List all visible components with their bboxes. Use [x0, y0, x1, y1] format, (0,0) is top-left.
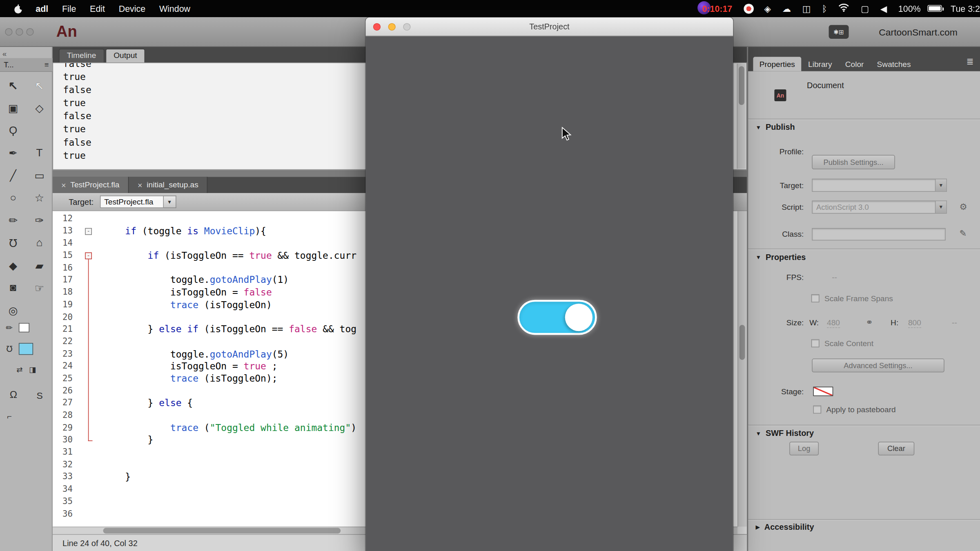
stage-color-swatch[interactable] — [813, 387, 833, 396]
battery-percent[interactable]: 100% — [893, 3, 926, 13]
link-dimensions-icon[interactable]: ⚭ — [866, 318, 873, 327]
class-input[interactable] — [812, 228, 946, 241]
oval-tool[interactable]: ○ — [0, 187, 26, 209]
lasso-tool[interactable]: Ϙ — [0, 119, 26, 142]
close-icon[interactable]: × — [138, 180, 143, 190]
target-dropdown-value[interactable]: TestProject.fla — [100, 196, 164, 208]
toggle-knob[interactable] — [565, 304, 592, 331]
tab-output[interactable]: Output — [105, 49, 145, 62]
height-value[interactable]: 800 — [908, 319, 921, 328]
tab-library[interactable]: Library — [802, 57, 838, 71]
class-edit-pencil-icon[interactable]: ✎ — [959, 228, 967, 238]
stroke-color-swatch[interactable] — [19, 323, 29, 332]
fill-color-swatch[interactable] — [19, 343, 33, 355]
smooth-option-icon[interactable]: S — [36, 389, 42, 400]
fps-value[interactable]: -- — [832, 273, 837, 282]
free-transform-tool[interactable]: ▣ — [0, 97, 26, 119]
gradient-transform-tool[interactable]: ◇ — [26, 97, 52, 119]
eraser-tool[interactable]: ▰ — [26, 254, 52, 277]
output-scrollbar[interactable] — [737, 64, 746, 169]
section-accessibility[interactable]: ▶ Accessibility — [756, 522, 814, 532]
subselection-tool[interactable]: ↖ — [26, 74, 52, 97]
ink-bottle-tool[interactable]: ⌂ — [26, 232, 52, 254]
apply-pasteboard-checkbox[interactable] — [813, 405, 821, 413]
target-dropdown[interactable]: TestProject.fla ▼ — [100, 196, 176, 208]
snap-magnet-icon[interactable]: Ω — [10, 389, 17, 401]
chevron-down-icon[interactable]: ▼ — [164, 196, 176, 208]
airplay-display-icon[interactable]: ▢ — [855, 3, 875, 13]
line-tool[interactable]: ╱ — [0, 164, 26, 187]
tab-swatches[interactable]: Swatches — [871, 57, 917, 71]
rectangle-tool[interactable]: ▭ — [26, 164, 52, 187]
script-version-dropdown[interactable]: ActionScript 3.0 ▼ — [812, 200, 947, 213]
code-scrollbar-vertical[interactable] — [737, 211, 747, 527]
minimize-window-button[interactable] — [388, 23, 396, 31]
publish-target-dropdown[interactable]: ▼ — [812, 179, 947, 192]
close-window-button[interactable] — [373, 23, 381, 31]
corner-option-icon[interactable]: ⌐ — [0, 412, 19, 421]
publish-settings-button[interactable]: Publish Settings... — [812, 155, 895, 169]
menu-extra-icon[interactable] — [744, 3, 753, 13]
workspace-switcher-button[interactable]: ✱⊞ — [829, 25, 849, 39]
section-properties[interactable]: ▼ Properties — [756, 252, 806, 262]
tab-initial-setup-as[interactable]: × initial_setup.as — [129, 177, 207, 193]
panel-menu-icon[interactable]: ≣ — [967, 56, 974, 66]
zoom-window-button[interactable] — [403, 23, 410, 31]
swf-log-button[interactable]: Log — [789, 442, 819, 455]
selection-tool[interactable]: ↖ — [0, 74, 26, 97]
code-hscroll-thumb[interactable] — [103, 528, 341, 533]
bluetooth-icon[interactable]: ᛒ — [816, 3, 833, 13]
hand-tool[interactable]: ☞ — [26, 277, 52, 299]
screen-record-timer[interactable]: 0:10:17 — [696, 3, 738, 13]
swf-clear-button[interactable]: Clear — [878, 442, 915, 455]
tab-properties[interactable]: Properties — [753, 57, 801, 71]
menu-edit[interactable]: Edit — [83, 3, 112, 13]
wifi-icon[interactable] — [833, 3, 855, 14]
menubar-clock[interactable]: Tue 3:2 — [944, 3, 980, 13]
volume-icon[interactable]: ◀ — [875, 3, 893, 13]
brush-tool[interactable]: ✑ — [26, 209, 52, 232]
account-name[interactable]: CartoonSmart.com — [879, 27, 958, 38]
tab-testproject-fla[interactable]: × TestProject.fla — [53, 177, 129, 193]
zoom-tool[interactable]: ◎ — [0, 299, 26, 322]
eyedropper-tool[interactable]: ◆ — [0, 254, 26, 277]
toggle-switch[interactable] — [517, 300, 597, 335]
section-publish[interactable]: ▼ Publish — [756, 122, 795, 132]
section-swf-history[interactable]: ▼ SWF History — [756, 429, 814, 438]
tab-color[interactable]: Color — [839, 57, 870, 71]
polystar-tool[interactable]: ☆ — [26, 187, 52, 209]
width-value[interactable]: 480 — [827, 319, 840, 328]
code-scroll-thumb[interactable] — [739, 325, 745, 360]
swap-colors-icon[interactable]: ⇄ — [16, 365, 22, 374]
chevron-down-icon[interactable]: ▼ — [935, 179, 947, 191]
script-settings-wrench-icon[interactable]: ⚙ — [959, 202, 967, 211]
pen-tool[interactable]: ✒ — [0, 142, 26, 164]
tab-timeline[interactable]: Timeline — [59, 49, 104, 62]
scale-content-checkbox[interactable] — [811, 339, 820, 347]
cloud-upload-icon[interactable]: ☁ — [777, 3, 797, 13]
paint-bucket-tool[interactable]: ℧ — [0, 232, 26, 254]
advanced-settings-button[interactable]: Advanced Settings... — [812, 359, 944, 373]
output-scroll-thumb[interactable] — [739, 66, 744, 105]
tools-panel-tab[interactable]: T... ≡ — [0, 58, 53, 72]
pencil-tool[interactable]: ✏ — [0, 209, 26, 232]
code-fold-marker[interactable]: - — [85, 228, 92, 235]
scale-frame-spans-checkbox[interactable] — [811, 294, 820, 302]
black-white-icon[interactable]: ◨ — [29, 365, 36, 374]
chevron-down-icon[interactable]: ▼ — [935, 201, 947, 213]
battery-icon[interactable] — [927, 5, 942, 12]
window-titlebar[interactable]: TestProject — [365, 18, 733, 36]
dropbox-icon[interactable]: ◈ — [759, 3, 777, 13]
collapse-panel-icon[interactable]: « — [2, 49, 7, 58]
window-controls[interactable] — [5, 28, 33, 36]
apple-menu[interactable] — [7, 3, 29, 13]
menu-app-name[interactable]: adl — [29, 3, 55, 13]
menu-device[interactable]: Device — [112, 3, 152, 13]
menu-file[interactable]: File — [55, 3, 83, 13]
display-mirroring-icon[interactable]: ◫ — [797, 3, 816, 13]
code-fold-marker[interactable]: - — [85, 252, 92, 259]
camera-tool[interactable]: ◙ — [0, 277, 26, 299]
text-tool[interactable]: T — [26, 142, 52, 164]
close-icon[interactable]: × — [61, 180, 66, 190]
panel-menu-icon[interactable]: ≡ — [45, 60, 49, 69]
